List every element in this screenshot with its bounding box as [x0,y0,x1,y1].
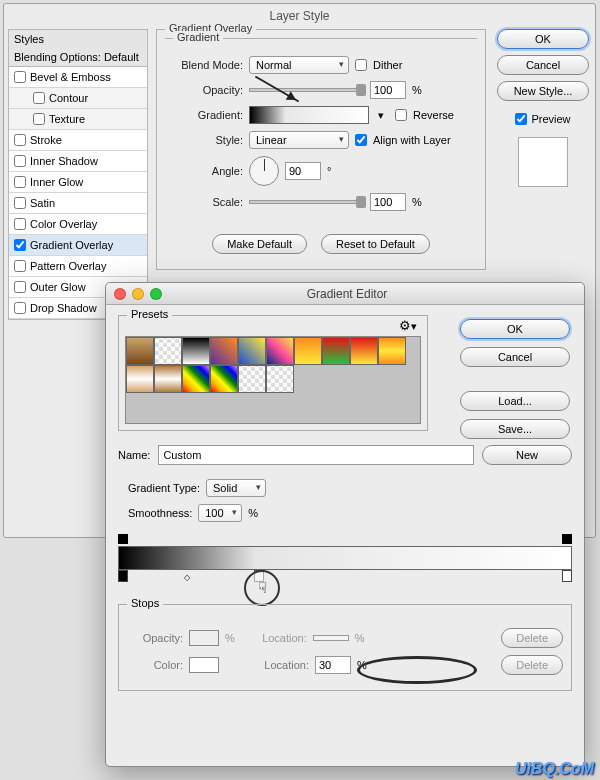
preset-swatch[interactable] [322,337,350,365]
pct-label: % [248,507,258,519]
preset-swatch[interactable] [154,365,182,393]
checkbox-contour[interactable] [33,92,45,104]
preset-swatch[interactable] [154,337,182,365]
slider-knob[interactable] [356,196,366,208]
dither-label: Dither [373,59,402,71]
preset-swatch[interactable] [266,337,294,365]
opacity-stops-track[interactable] [118,534,572,546]
angle-wheel[interactable] [249,156,279,186]
preset-swatch[interactable] [210,337,238,365]
opacity-input[interactable]: 100 [370,81,406,99]
preset-swatch[interactable] [266,365,294,393]
opacity-slider[interactable] [249,88,364,92]
preset-swatch[interactable] [378,337,406,365]
style-item-bevel[interactable]: Bevel & Emboss [9,67,147,88]
new-style-button[interactable]: New Style... [497,81,589,101]
gradient-type-label: Gradient Type: [128,482,200,494]
gradient-label: Gradient: [173,109,243,121]
name-input[interactable] [158,445,474,465]
styles-panel: Styles Blending Options: Default Bevel &… [8,29,148,320]
style-item-coloroverlay[interactable]: Color Overlay [9,214,147,235]
style-item-innerglow[interactable]: Inner Glow [9,172,147,193]
stop-opacity-label: Opacity: [127,632,183,644]
save-button[interactable]: Save... [460,419,570,439]
preset-swatch[interactable] [210,365,238,393]
scale-slider[interactable] [249,200,364,204]
color-stop[interactable] [562,570,572,582]
color-stops-track[interactable]: ◇ [118,570,572,586]
cancel-button[interactable]: Cancel [497,55,589,75]
checkbox-satin[interactable] [14,197,26,209]
style-label: Inner Shadow [30,155,98,167]
checkbox-gradientoverlay[interactable] [14,239,26,251]
checkbox-bevel[interactable] [14,71,26,83]
opacity-stop[interactable] [118,534,128,544]
new-button[interactable]: New [482,445,572,465]
preset-swatch[interactable] [182,337,210,365]
stop-location-input[interactable]: 30 [315,656,351,674]
checkbox-patternoverlay[interactable] [14,260,26,272]
preset-swatch[interactable] [350,337,378,365]
preset-swatch[interactable] [126,365,154,393]
pct-label: % [225,632,235,644]
titlebar[interactable]: Gradient Editor [106,283,584,305]
preset-swatch[interactable] [182,365,210,393]
gradient-type-select[interactable]: Solid [206,479,266,497]
stop-opacity-select[interactable] [189,630,219,646]
pct-label: % [357,659,367,671]
blending-options-row[interactable]: Blending Options: Default [8,48,148,66]
stop-color-swatch[interactable] [189,657,219,673]
ok-button[interactable]: OK [460,319,570,339]
cancel-button[interactable]: Cancel [460,347,570,367]
ok-button[interactable]: OK [497,29,589,49]
delete-opacity-stop-button[interactable]: Delete [501,628,563,648]
style-item-satin[interactable]: Satin [9,193,147,214]
style-item-stroke[interactable]: Stroke [9,130,147,151]
dither-checkbox[interactable] [355,59,367,71]
style-item-contour[interactable]: Contour [9,88,147,109]
gradient-overlay-group: Gradient Overlay Gradient Blend Mode: No… [156,29,486,270]
preset-swatch[interactable] [238,365,266,393]
checkbox-coloroverlay[interactable] [14,218,26,230]
gradient-bar[interactable] [118,546,572,570]
align-checkbox[interactable] [355,134,367,146]
color-stop[interactable] [118,570,128,582]
style-label: Style: [173,134,243,146]
preset-swatch[interactable] [238,337,266,365]
slider-knob[interactable] [356,84,366,96]
load-button[interactable]: Load... [460,391,570,411]
reverse-checkbox[interactable] [395,109,407,121]
preset-swatch[interactable] [126,337,154,365]
checkbox-texture[interactable] [33,113,45,125]
reset-default-button[interactable]: Reset to Default [321,234,430,254]
checkbox-innershadow[interactable] [14,155,26,167]
gear-icon[interactable]: ⚙▾ [399,318,417,333]
angle-input[interactable]: 90 [285,162,321,180]
pct-label: % [355,632,365,644]
style-item-innershadow[interactable]: Inner Shadow [9,151,147,172]
style-select[interactable]: Linear [249,131,349,149]
opacity-stop[interactable] [562,534,572,544]
make-default-button[interactable]: Make Default [212,234,307,254]
preview-checkbox[interactable] [515,113,527,125]
style-item-texture[interactable]: Texture [9,109,147,130]
checkbox-dropshadow[interactable] [14,302,26,314]
style-item-patternoverlay[interactable]: Pattern Overlay [9,256,147,277]
style-item-gradientoverlay[interactable]: Gradient Overlay [9,235,147,256]
scale-input[interactable]: 100 [370,193,406,211]
checkbox-innerglow[interactable] [14,176,26,188]
preset-swatch[interactable] [294,337,322,365]
smoothness-label: Smoothness: [128,507,192,519]
checkbox-stroke[interactable] [14,134,26,146]
midpoint-icon[interactable]: ◇ [184,573,190,582]
stops-legend: Stops [127,597,163,609]
style-label: Pattern Overlay [30,260,106,272]
delete-color-stop-button[interactable]: Delete [501,655,563,675]
styles-header[interactable]: Styles [8,29,148,48]
chevron-down-icon[interactable]: ▾ [378,109,384,122]
checkbox-outerglow[interactable] [14,281,26,293]
stop-opacity-location-input[interactable] [313,635,349,641]
blendmode-select[interactable]: Normal [249,56,349,74]
gradient-swatch[interactable]: ▾ [249,106,369,124]
smoothness-select[interactable]: 100 [198,504,242,522]
